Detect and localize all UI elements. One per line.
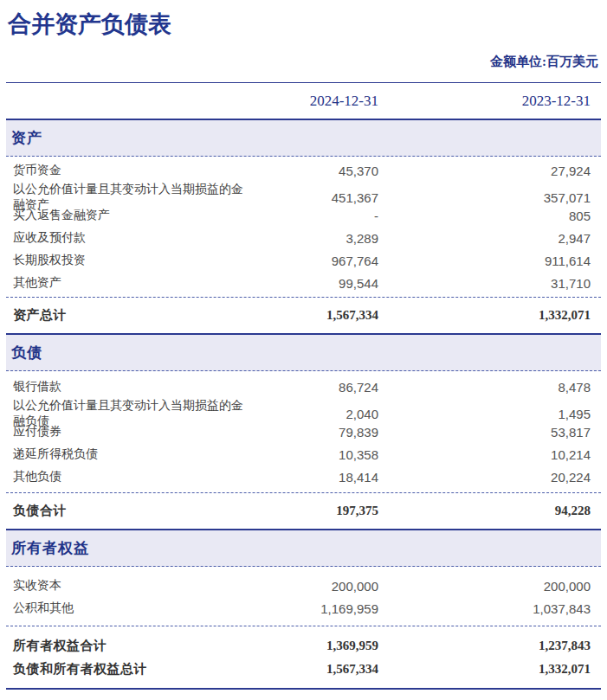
- total-value-2024: 1,567,334: [249, 308, 378, 323]
- value-2024: 1,169,959: [249, 601, 378, 616]
- row-label: 银行借款: [13, 379, 249, 395]
- total-row: 负债合计 197,375 94,228: [13, 499, 591, 523]
- value-2023: 911,614: [378, 254, 591, 268]
- liabilities-total-block: 负债合计 197,375 94,228: [6, 492, 601, 529]
- value-2023: 1,495: [378, 407, 591, 421]
- total-row: 所有者权益合计 1,369,959 1,237,843: [13, 634, 591, 658]
- value-2024: 967,764: [249, 254, 378, 268]
- section-header-assets: 资产: [6, 119, 601, 157]
- row-label: 实收资本: [13, 578, 249, 594]
- assets-total-block: 资产总计 1,567,334 1,332,071: [6, 297, 601, 333]
- value-2023: 53,817: [378, 425, 591, 440]
- row-label: 公积和其他: [13, 600, 249, 616]
- total-label: 负债和所有者权益总计: [13, 661, 249, 678]
- row-label: 其他资产: [13, 275, 249, 291]
- table-row: 实收资本 200,000 200,000: [13, 575, 591, 597]
- value-2023: 10,214: [378, 447, 591, 462]
- row-label: 其他负债: [13, 469, 249, 485]
- value-2024: 45,370: [249, 164, 378, 178]
- table-row: 应收及预付款 3,289 2,947: [13, 227, 591, 249]
- column-header-2023: 2023-12-31: [378, 93, 591, 110]
- value-2024: 18,414: [249, 470, 378, 485]
- total-value-2024: 1,369,959: [249, 639, 378, 653]
- column-header-2024: 2024-12-31: [249, 93, 378, 110]
- section-header-equity: 所有者权益: [6, 529, 601, 567]
- value-2024: 86,724: [249, 380, 378, 395]
- value-2024: 79,839: [249, 425, 378, 440]
- table-row: 长期股权投资 967,764 911,614: [13, 249, 591, 272]
- table-row: 其他负债 18,414 20,224: [13, 466, 591, 488]
- value-2023: 805: [378, 209, 591, 223]
- page-title: 合并资产负债表: [6, 0, 601, 38]
- section-title: 负债: [11, 343, 42, 363]
- table-row: 买入返售金融资产 - 805: [13, 204, 591, 227]
- value-2024: 10,358: [249, 447, 378, 462]
- value-2023: 357,071: [378, 190, 591, 205]
- section-title: 资产: [11, 128, 42, 148]
- value-2023: 8,478: [378, 380, 591, 395]
- total-value-2024: 197,375: [249, 504, 378, 518]
- value-2023: 31,710: [378, 276, 591, 291]
- value-2024: -: [249, 209, 378, 223]
- unit-note: 金额单位:百万美元: [6, 54, 601, 71]
- value-2023: 27,924: [378, 164, 591, 178]
- total-value-2023: 1,332,071: [378, 662, 591, 677]
- section-title: 所有者权益: [11, 538, 89, 558]
- value-2024: 451,367: [249, 190, 378, 205]
- section-header-liabilities: 负债: [6, 333, 601, 371]
- row-label: 应付债券: [13, 424, 249, 440]
- value-2024: 200,000: [249, 579, 378, 594]
- equity-total-block: 所有者权益合计 1,369,959 1,237,843 负债和所有者权益总计 1…: [6, 626, 601, 688]
- table-row: 银行借款 86,724 8,478: [13, 376, 591, 398]
- value-2024: 99,544: [249, 276, 378, 291]
- value-2023: 20,224: [378, 470, 591, 485]
- total-label: 负债合计: [13, 503, 249, 519]
- total-label: 资产总计: [13, 307, 249, 324]
- row-label: 长期股权投资: [13, 253, 249, 268]
- column-header-row: 2024-12-31 2023-12-31: [6, 83, 601, 119]
- table-row: 以公允价值计量且其变动计入当期损益的金融资产 451,367 357,071: [13, 182, 591, 204]
- row-label: 货币资金: [13, 163, 249, 178]
- total-value-2024: 1,567,334: [249, 662, 378, 677]
- total-value-2023: 1,332,071: [378, 308, 591, 323]
- table-row: 递延所得税负债 10,358 10,214: [13, 443, 591, 466]
- table-row: 公积和其他 1,169,959 1,037,843: [13, 597, 591, 620]
- total-row: 负债和所有者权益总计 1,567,334 1,332,071: [13, 658, 591, 681]
- total-label: 所有者权益合计: [13, 638, 249, 654]
- value-2023: 200,000: [378, 579, 591, 594]
- equity-rows: 实收资本 200,000 200,000 公积和其他 1,169,959 1,0…: [6, 567, 601, 626]
- footer-divider: [6, 688, 601, 690]
- row-label: 应收及预付款: [13, 230, 249, 246]
- assets-rows: 货币资金 45,370 27,924 以公允价值计量且其变动计入当期损益的金融资…: [6, 157, 601, 297]
- total-value-2023: 1,237,843: [378, 639, 591, 653]
- row-label: 买入返售金融资产: [13, 208, 249, 223]
- total-row: 资产总计 1,567,334 1,332,071: [13, 304, 591, 327]
- value-2024: 2,040: [249, 407, 378, 421]
- liabilities-rows: 银行借款 86,724 8,478 以公允价值计量且其变动计入当期损益的金融负债…: [6, 371, 601, 492]
- table-row: 应付债券 79,839 53,817: [13, 421, 591, 443]
- total-value-2023: 94,228: [378, 504, 591, 518]
- row-label: 递延所得税负债: [13, 446, 249, 462]
- table-row: 以公允价值计量且其变动计入当期损益的金融负债 2,040 1,495: [13, 398, 591, 421]
- table-row: 其他资产 99,544 31,710: [13, 272, 591, 294]
- value-2024: 3,289: [249, 231, 378, 246]
- balance-sheet-page: 合并资产负债表 金额单位:百万美元 2024-12-31 2023-12-31 …: [0, 0, 607, 700]
- value-2023: 1,037,843: [378, 601, 591, 616]
- value-2023: 2,947: [378, 231, 591, 246]
- table-row: 货币资金 45,370 27,924: [13, 159, 591, 182]
